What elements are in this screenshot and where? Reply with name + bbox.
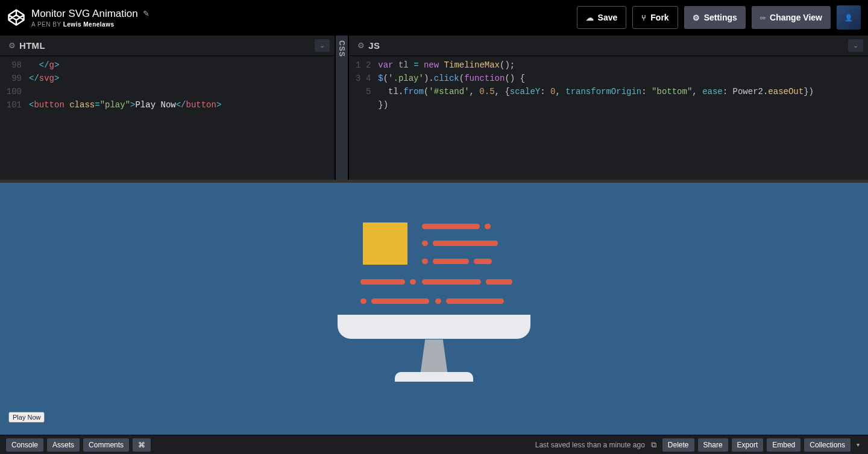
html-editor-header: ⚙ HTML ⌄ <box>0 36 335 56</box>
settings-button[interactable]: ⚙Settings <box>684 6 746 29</box>
editors-row: ⚙ HTML ⌄ 98 99 100 101 </g> </svg> <butt… <box>0 35 868 180</box>
js-gutter: 1 2 3 4 5 <box>349 56 374 180</box>
collections-button[interactable]: Collections <box>804 438 851 452</box>
monitor-stand <box>420 339 448 376</box>
play-now-button[interactable]: Play Now <box>8 412 45 423</box>
embed-button[interactable]: Embed <box>767 438 800 452</box>
popout-icon[interactable]: ⧉ <box>649 440 659 450</box>
css-editor-collapsed[interactable]: CSS <box>335 36 349 180</box>
share-button[interactable]: Share <box>698 438 728 452</box>
user-avatar[interactable]: 👤 <box>837 5 861 30</box>
save-status: Last saved less than a minute ago <box>535 441 645 449</box>
html-chevron-icon[interactable]: ⌄ <box>315 39 330 52</box>
js-editor-header: ⚙ JS ⌄ <box>349 36 868 56</box>
view-icon: ▫▫ <box>760 13 766 22</box>
console-button[interactable]: Console <box>6 438 43 452</box>
export-button[interactable]: Export <box>732 438 764 452</box>
comments-button[interactable]: Comments <box>83 438 129 452</box>
js-settings-icon[interactable]: ⚙ <box>354 41 368 50</box>
html-code-area[interactable]: 98 99 100 101 </g> </svg> <button class=… <box>0 56 335 180</box>
fork-icon: ⑂ <box>641 13 646 22</box>
app-footer: Console Assets Comments ⌘ Last saved les… <box>0 435 868 454</box>
gear-icon: ⚙ <box>693 13 700 22</box>
fork-button[interactable]: ⑂Fork <box>632 6 678 29</box>
js-code-area[interactable]: 1 2 3 4 5 var tl = new TimelineMax(); $(… <box>349 56 868 180</box>
byline: A PEN BY Lewis Menelaws <box>31 21 571 28</box>
html-gutter: 98 99 100 101 <box>0 56 25 180</box>
shortcuts-button[interactable]: ⌘ <box>133 438 151 452</box>
html-editor: ⚙ HTML ⌄ 98 99 100 101 </g> </svg> <butt… <box>0 36 335 180</box>
css-label: CSS <box>338 36 346 57</box>
js-label: JS <box>368 40 380 51</box>
monitor-foot <box>395 372 473 382</box>
monitor-svg <box>338 221 530 390</box>
js-editor: ⚙ JS ⌄ 1 2 3 4 5 var tl = new TimelineMa… <box>349 36 868 180</box>
monitor-base <box>338 315 530 339</box>
save-button[interactable]: ☁Save <box>577 6 627 29</box>
collections-dropdown-icon[interactable]: ▾ <box>854 441 862 448</box>
author-link[interactable]: Lewis Menelaws <box>63 21 115 28</box>
js-code[interactable]: var tl = new TimelineMax(); $('.play').c… <box>374 56 868 180</box>
preview-pane: Play Now <box>0 183 868 435</box>
edit-title-icon[interactable]: ✎ <box>143 9 149 18</box>
delete-button[interactable]: Delete <box>662 438 694 452</box>
html-code[interactable]: </g> </svg> <button class="play">Play No… <box>25 56 335 180</box>
html-settings-icon[interactable]: ⚙ <box>5 41 19 50</box>
change-view-button[interactable]: ▫▫Change View <box>752 6 831 29</box>
app-header: Monitor SVG Animation ✎ A PEN BY Lewis M… <box>0 0 868 35</box>
cloud-icon: ☁ <box>586 13 594 22</box>
pen-title[interactable]: Monitor SVG Animation <box>31 8 138 20</box>
html-label: HTML <box>19 40 45 51</box>
js-chevron-icon[interactable]: ⌄ <box>848 39 863 52</box>
yellow-square <box>363 222 407 265</box>
codepen-logo[interactable] <box>7 8 25 27</box>
title-block: Monitor SVG Animation ✎ A PEN BY Lewis M… <box>31 8 571 28</box>
assets-button[interactable]: Assets <box>47 438 80 452</box>
